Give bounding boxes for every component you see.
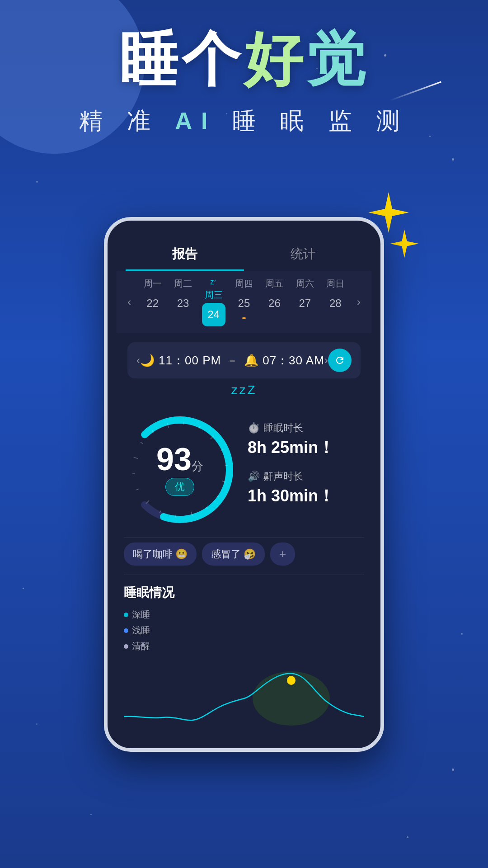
tag-cold-label: 感冒了 <box>211 547 241 561</box>
sleep-stats: ⏱️ 睡眠时长 8h 25min！ 🔊 鼾声时长 1h 30min！ <box>248 421 362 518</box>
sleep-chart: 睡眠情况 深睡 浅睡 清醒 <box>117 575 371 739</box>
week-days: 周一 22 周二 23 zᶻ 周三 24 <box>137 278 351 326</box>
bell-icon: 🔔 <box>244 354 259 368</box>
score-section: 93分 优 ⏱️ 睡眠时长 8h 25min！ <box>117 402 371 538</box>
score-grade-badge: 优 <box>165 478 194 496</box>
title-part2: 好 <box>244 26 306 92</box>
phone-content: 报告 统计 ‹ 周一 22 周二 23 <box>117 230 371 739</box>
svg-line-8 <box>141 442 143 443</box>
day-num-tue: 23 <box>171 292 195 315</box>
day-name-wed: 周三 <box>205 289 223 301</box>
time-prev-button[interactable]: ‹ <box>136 354 140 367</box>
main-title: 睡个好觉 <box>27 27 461 92</box>
end-time: 07：30 AM <box>263 353 324 368</box>
snoring-duration-value: 1h 30min！ <box>248 485 362 507</box>
week-prev-button[interactable]: ‹ <box>121 294 137 310</box>
day-num-sun: 28 <box>324 292 347 315</box>
legend-light-sleep: 浅睡 <box>124 624 364 637</box>
zzz-indicator: zᶻ <box>211 278 217 286</box>
day-num-mon: 22 <box>141 292 164 315</box>
refresh-button[interactable] <box>328 349 352 372</box>
sleep-score-gauge: 93分 优 <box>121 411 239 528</box>
time-separator: － <box>226 353 239 368</box>
sleep-chart-svg <box>124 658 364 730</box>
snoring-duration-label: 🔊 鼾声时长 <box>248 470 362 483</box>
timer-icon: ⏱️ <box>248 422 260 434</box>
hero-section: 睡个好觉 精 准 AI 睡 眠 监 测 <box>0 27 488 137</box>
awake-dot <box>124 644 128 649</box>
time-range-bar: ‹ 🌙 11：00 PM － 🔔 07：30 AM › <box>127 342 361 378</box>
day-item-sun[interactable]: 周日 28 <box>321 278 349 326</box>
ai-text: AI <box>175 108 217 134</box>
day-num-wed: 24 <box>202 303 225 326</box>
phone-mockup: 报告 统计 ‹ 周一 22 周二 23 <box>104 217 384 752</box>
day-name-thu: 周四 <box>235 278 253 290</box>
svg-line-15 <box>225 466 228 466</box>
tag-add-button[interactable]: + <box>270 542 295 566</box>
chart-title: 睡眠情况 <box>124 584 364 601</box>
day-item-wed[interactable]: zᶻ 周三 24 <box>200 278 228 326</box>
title-part3: 觉 <box>306 26 369 92</box>
chart-legend: 深睡 浅睡 清醒 <box>124 609 364 652</box>
zzz-decoration: zzZ <box>122 383 366 397</box>
day-num-fri: 26 <box>263 292 286 315</box>
svg-line-20 <box>176 515 176 518</box>
tag-cold-emoji: 🤧 <box>244 548 256 560</box>
deep-sleep-label: 深睡 <box>132 609 150 621</box>
day-item-mon[interactable]: 周一 22 <box>139 278 167 326</box>
tab-report[interactable]: 报告 <box>126 239 244 271</box>
phone-frame: 报告 统计 ‹ 周一 22 周二 23 <box>104 217 384 752</box>
snoring-duration-stat: 🔊 鼾声时长 1h 30min！ <box>248 470 362 507</box>
time-display: 🌙 11：00 PM － 🔔 07：30 AM <box>140 353 324 368</box>
day-item-thu[interactable]: 周四 25 <box>230 278 258 326</box>
day-name-tue: 周二 <box>174 278 192 290</box>
week-selector: ‹ 周一 22 周二 23 zᶻ 周三 <box>117 271 371 333</box>
refresh-icon <box>334 355 345 366</box>
legend-deep-sleep: 深睡 <box>124 609 364 621</box>
deep-sleep-dot <box>124 613 128 617</box>
day-name-sun: 周日 <box>326 278 344 290</box>
day-item-tue[interactable]: 周二 23 <box>169 278 197 326</box>
tag-coffee-label: 喝了咖啡 <box>133 547 173 561</box>
subtitle: 精 准 AI 睡 眠 监 测 <box>27 105 461 137</box>
day-num-thu: 25 <box>232 292 256 315</box>
svg-line-6 <box>132 474 135 474</box>
day-name-mon: 周一 <box>144 278 162 290</box>
score-value: 93分 <box>156 443 203 475</box>
tags-row: 喝了咖啡 😬 感冒了 🤧 + <box>117 538 371 575</box>
sleep-duration-label: ⏱️ 睡眠时长 <box>248 421 362 435</box>
svg-line-7 <box>134 458 138 459</box>
light-sleep-label: 浅睡 <box>132 624 150 637</box>
day-name-sat: 周六 <box>296 278 314 290</box>
title-part1: 睡个 <box>119 26 244 92</box>
svg-line-11 <box>184 422 184 425</box>
tag-cold[interactable]: 感冒了 🤧 <box>202 542 265 566</box>
start-time: 11：00 PM <box>159 353 221 368</box>
time-range-wrapper: ‹ 🌙 11：00 PM － 🔔 07：30 AM › <box>117 333 371 397</box>
svg-line-5 <box>136 489 139 490</box>
day-name-fri: 周五 <box>265 278 283 290</box>
day-item-fri[interactable]: 周五 26 <box>260 278 288 326</box>
awake-label: 清醒 <box>132 640 150 652</box>
svg-marker-1 <box>390 230 419 258</box>
moon-icon: 🌙 <box>140 354 155 368</box>
sparkle-small-icon <box>389 228 420 259</box>
legend-awake: 清醒 <box>124 640 364 652</box>
sleep-chart-area <box>124 658 364 730</box>
time-next-button[interactable]: › <box>324 354 328 367</box>
sleep-duration-value: 8h 25min！ <box>248 437 362 459</box>
week-next-button[interactable]: › <box>351 294 367 310</box>
light-sleep-dot <box>124 628 128 633</box>
tab-bar: 报告 统计 <box>117 230 371 271</box>
tab-stats[interactable]: 统计 <box>244 239 362 271</box>
sleep-duration-stat: ⏱️ 睡眠时长 8h 25min！ <box>248 421 362 459</box>
day-num-sat: 27 <box>293 292 317 315</box>
svg-point-23 <box>287 676 296 685</box>
day-item-sat[interactable]: 周六 27 <box>291 278 319 326</box>
gauge-center-display: 93分 优 <box>156 443 203 496</box>
